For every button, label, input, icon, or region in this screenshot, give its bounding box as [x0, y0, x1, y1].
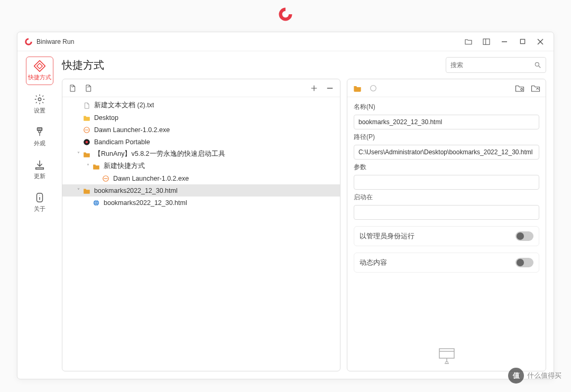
file-icon	[82, 101, 91, 110]
bandicam-icon	[82, 138, 91, 146]
new-file-button[interactable]	[66, 81, 79, 95]
tree-item[interactable]: Desktop	[62, 111, 340, 124]
tree-item[interactable]: bookmarks2022_12_30.html	[62, 197, 340, 209]
svg-rect-29	[439, 349, 454, 358]
details-panel: 名称(N) 路径(P) 参数 启动在 以管理员身份运行 动	[347, 79, 546, 371]
tree-item-label: 新建快捷方式	[104, 162, 145, 171]
sidebar-item-label: 设置	[34, 107, 45, 115]
item-type-icon	[351, 81, 364, 95]
sidebar-item-settings[interactable]: 设置	[26, 90, 53, 118]
tree-item[interactable]: ˅bookmarks2022_12_30.html	[62, 184, 340, 197]
tree-item[interactable]: ˅【RunAny】v5.8.2一劳永逸的快速启动工具	[62, 148, 340, 160]
svg-rect-4	[520, 39, 524, 43]
app-title: Biniware Run	[36, 38, 74, 45]
search-box[interactable]	[446, 57, 546, 73]
info-icon	[34, 192, 45, 203]
open-folder-button[interactable]	[529, 81, 542, 95]
sidebar-item-label: 关于	[34, 205, 45, 213]
maximize-button[interactable]	[513, 34, 531, 49]
svg-rect-7	[34, 61, 45, 72]
sidebar-item-label: 外观	[34, 139, 45, 147]
app-icon	[24, 37, 33, 46]
expander-icon[interactable]: ˅	[84, 163, 92, 169]
tree-toolbar	[62, 79, 340, 97]
tree-item-label: 新建文本文档 (2).txt	[94, 101, 154, 110]
params-label: 参数	[354, 163, 539, 172]
titlebar: Biniware Run	[17, 32, 554, 51]
tree-item[interactable]: Bandicam Portable	[62, 136, 340, 148]
tree-item-label: 【RunAny】v5.8.2一劳永逸的快速启动工具	[94, 150, 225, 158]
path-label: 路径(P)	[354, 133, 539, 142]
search-icon	[534, 61, 541, 69]
refresh-button[interactable]	[366, 81, 380, 95]
folder2-icon	[82, 150, 91, 158]
sidebar-item-label: 更新	[34, 172, 45, 180]
folder2-icon	[92, 162, 100, 171]
name-input[interactable]	[354, 115, 539, 129]
titlebar-folder-button[interactable]	[459, 34, 477, 49]
close-button[interactable]	[531, 34, 549, 49]
tree-list: 新建文本文档 (2).txtDesktopDawn Launcher-1.0.2…	[62, 97, 340, 371]
name-label: 名称(N)	[354, 102, 539, 111]
dynamic-toggle-row[interactable]: 动态内容	[354, 253, 539, 273]
details-toolbar	[347, 79, 546, 97]
titlebar-panel-button[interactable]	[477, 34, 495, 49]
admin-toggle-row[interactable]: 以管理员身份运行	[354, 226, 539, 246]
startin-label: 启动在	[354, 193, 539, 202]
svg-point-27	[371, 85, 376, 91]
svg-point-17	[535, 62, 539, 66]
folder2-icon	[82, 186, 91, 195]
html-icon	[92, 199, 100, 207]
params-input[interactable]	[354, 175, 539, 190]
tree-item-label: Dawn Launcher-1.0.2.exe	[113, 175, 189, 182]
expander-icon[interactable]: ˅	[74, 188, 82, 193]
app-window: Biniware Run 快捷方式 设置 外观 更新	[17, 32, 554, 379]
watermark-badge: 值	[508, 368, 524, 384]
shortcuts-icon	[34, 60, 45, 72]
minimize-button[interactable]	[495, 34, 513, 49]
app-orange-icon	[102, 174, 110, 183]
download-icon	[34, 159, 45, 171]
tree-item[interactable]: Dawn Launcher-1.0.2.exe	[62, 172, 340, 184]
admin-toggle[interactable]	[515, 231, 533, 241]
watermark-text: 什么值得买	[527, 371, 561, 380]
tree-item-label: bookmarks2022_12_30.html	[94, 187, 178, 194]
startin-input[interactable]	[354, 205, 539, 220]
sidebar-item-about[interactable]: 关于	[26, 189, 53, 216]
add-button[interactable]	[307, 81, 321, 95]
svg-rect-1	[483, 39, 490, 44]
watermark: 值 什么值得买	[508, 368, 561, 384]
svg-line-18	[539, 66, 541, 68]
details-footer-icon	[347, 341, 546, 371]
tree-item-label: Dawn Launcher-1.0.2.exe	[94, 126, 170, 134]
sidebar: 快捷方式 设置 外观 更新 关于	[17, 51, 62, 379]
tree-item-label: Desktop	[94, 114, 118, 122]
dynamic-toggle-label: 动态内容	[360, 258, 515, 267]
gear-icon	[34, 94, 45, 105]
brand-logo	[0, 0, 571, 26]
expander-icon[interactable]: ˅	[74, 151, 82, 157]
tree-item[interactable]: 新建文本文档 (2).txt	[62, 99, 340, 111]
tree-item[interactable]: ˅新建快捷方式	[62, 160, 340, 172]
search-input[interactable]	[450, 61, 534, 69]
brush-icon	[34, 126, 45, 138]
sidebar-item-update[interactable]: 更新	[26, 156, 53, 183]
svg-point-0	[284, 13, 288, 17]
dynamic-toggle[interactable]	[515, 258, 533, 267]
new-file-out-button[interactable]	[81, 81, 95, 95]
svg-point-28	[521, 88, 523, 90]
tree-panel: 新建文本文档 (2).txtDesktopDawn Launcher-1.0.2…	[62, 79, 340, 371]
path-input[interactable]	[354, 145, 539, 160]
svg-point-23	[86, 141, 88, 143]
app-orange-icon	[82, 126, 91, 134]
tree-item[interactable]: Dawn Launcher-1.0.2.exe	[62, 124, 340, 136]
tree-item-label: Bandicam Portable	[94, 138, 150, 146]
remove-button[interactable]	[323, 81, 337, 95]
sidebar-item-appearance[interactable]: 外观	[26, 123, 53, 151]
svg-rect-8	[37, 63, 42, 69]
page-title: 快捷方式	[62, 58, 104, 72]
browse-folder-button[interactable]	[513, 81, 527, 95]
admin-toggle-label: 以管理员身份运行	[360, 232, 515, 241]
sidebar-item-shortcuts[interactable]: 快捷方式	[26, 57, 53, 85]
sidebar-item-label: 快捷方式	[28, 73, 51, 81]
